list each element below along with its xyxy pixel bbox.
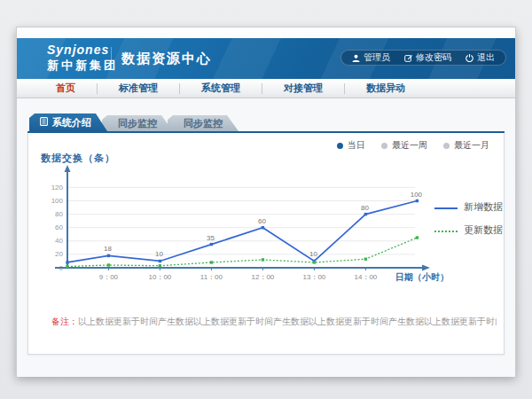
svg-text:9：00: 9：00 (99, 273, 119, 281)
legend-label: 新增数据 (464, 200, 503, 214)
footer-note: 备注：以上数据更新于时间产生数据以上数据更新于时间产生数据以上数据更新于时间产生… (51, 316, 497, 328)
svg-text:12：00: 12：00 (252, 273, 275, 281)
svg-text:80: 80 (55, 210, 63, 218)
note-prefix: 备注： (51, 317, 78, 326)
svg-text:20: 20 (55, 250, 63, 258)
y-axis-title: 数据交换（条） (41, 152, 115, 165)
svg-text:10：00: 10：00 (149, 273, 172, 281)
user-icon (352, 54, 360, 62)
svg-text:10: 10 (155, 250, 163, 258)
svg-text:日期（小时）: 日期（小时） (395, 272, 449, 282)
change-password-button[interactable]: 修改密码 (404, 51, 451, 64)
line-chart: 0204060801001209：0010：0011：0012：0013：001… (28, 165, 454, 298)
svg-text:120: 120 (51, 184, 64, 192)
radio-icon (381, 143, 387, 149)
filter-last-month[interactable]: 最近一月 (443, 139, 489, 152)
page-background: Synjones 新中新集团 数据资源中心 管理员 修改密码 (0, 0, 532, 399)
logo-cn: 新中新集团 (47, 58, 118, 74)
solid-line-swatch (434, 202, 458, 213)
dotted-line-swatch (434, 225, 458, 236)
nav-item-data-change[interactable]: 数据异动 (345, 79, 426, 98)
logo-en: Synjones (47, 43, 118, 57)
nav-item-interface-mgmt[interactable]: 对接管理 (262, 79, 344, 98)
filter-today[interactable]: 当日 (337, 139, 365, 152)
logout-button[interactable]: 退出 (466, 51, 495, 64)
tab-bar: 系统介绍 同步监控 同步监控 (29, 113, 239, 131)
time-filter: 当日 最近一周 最近一月 (337, 139, 489, 152)
svg-text:18: 18 (104, 245, 112, 253)
tab-sync-monitor-2[interactable]: 同步监控 (168, 115, 239, 131)
filter-label: 最近一月 (454, 139, 489, 152)
tab-system-intro[interactable]: 系统介绍 (29, 113, 107, 131)
content-area: 系统介绍 同步监控 同步监控 当日 最近一 (17, 98, 515, 377)
legend-label: 更新数据 (464, 223, 503, 237)
chart-panel: 当日 最近一周 最近一月 数据交换（条） 0204060801001209：00… (27, 133, 505, 355)
chart-legend: 新增数据 更新数据 (434, 200, 503, 237)
svg-text:40: 40 (55, 237, 63, 245)
nav-item-standard-mgmt[interactable]: 标准管理 (98, 79, 179, 98)
header-divider (111, 47, 112, 70)
nav-item-system-mgmt[interactable]: 系统管理 (180, 79, 262, 98)
document-icon (40, 117, 48, 128)
filter-label: 当日 (348, 139, 365, 152)
svg-text:80: 80 (361, 204, 369, 212)
edit-icon (404, 54, 412, 62)
nav-item-home[interactable]: 首页 (35, 79, 97, 98)
legend-item-new-data: 新增数据 (434, 200, 503, 214)
svg-text:100: 100 (51, 197, 64, 205)
user-toolbar: 管理员 修改密码 退出 (340, 50, 506, 66)
note-text: 以上数据更新于时间产生数据以上数据更新于时间产生数据以上数据更新于时间产生数据以… (78, 317, 497, 326)
window-top-strip (17, 27, 515, 38)
power-icon (466, 54, 473, 62)
svg-text:100: 100 (411, 191, 423, 199)
user-name: 管理员 (364, 51, 390, 64)
logout-label: 退出 (477, 51, 495, 64)
svg-text:60: 60 (55, 223, 63, 231)
filter-last-week[interactable]: 最近一周 (381, 139, 427, 152)
app-window: Synjones 新中新集团 数据资源中心 管理员 修改密码 (16, 27, 516, 376)
main-nav: 首页 标准管理 系统管理 对接管理 数据异动 (17, 79, 515, 98)
app-title: 数据资源中心 (121, 51, 212, 67)
change-password-label: 修改密码 (416, 51, 451, 64)
logo-en-text: Synjones (47, 43, 109, 57)
legend-item-updated-data: 更新数据 (434, 223, 503, 237)
tab-label: 同步监控 (118, 117, 157, 130)
tab-label: 同步监控 (184, 117, 223, 130)
svg-text:35: 35 (207, 234, 215, 242)
svg-text:10: 10 (309, 250, 317, 258)
svg-text:13：00: 13：00 (303, 273, 326, 281)
radio-icon (337, 143, 343, 149)
tab-sync-monitor-1[interactable]: 同步监控 (102, 115, 173, 131)
filter-label: 最近一周 (392, 139, 427, 152)
user-menu[interactable]: 管理员 (352, 51, 390, 64)
svg-text:14：00: 14：00 (355, 273, 378, 281)
radio-icon (443, 143, 450, 149)
app-header: Synjones 新中新集团 数据资源中心 管理员 修改密码 (17, 38, 515, 79)
logo: Synjones 新中新集团 (47, 43, 118, 74)
tab-label: 系统介绍 (52, 116, 91, 129)
svg-text:60: 60 (258, 217, 266, 225)
svg-text:11：00: 11：00 (200, 273, 223, 281)
